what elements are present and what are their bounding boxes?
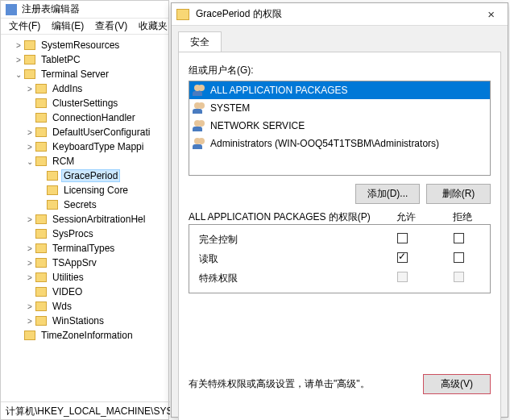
tree-item[interactable]: ⌄RCM: [2, 154, 168, 168]
advanced-button[interactable]: 高级(V): [423, 374, 491, 394]
tree-item-label: WinStations: [50, 315, 106, 326]
group-users-label: 组或用户名(G):: [189, 64, 491, 77]
user-list-item[interactable]: NETWORK SERVICE: [189, 117, 490, 135]
expand-icon[interactable]: >: [25, 143, 35, 152]
expand-icon[interactable]: >: [25, 317, 35, 326]
user-list-label: NETWORK SERVICE: [210, 120, 305, 131]
folder-icon: [35, 316, 47, 326]
status-path: 计算机\HKEY_LOCAL_MACHINE\SYS: [6, 405, 170, 417]
permission-deny-cell: [430, 272, 487, 285]
menu-favorites[interactable]: 收藏夹: [139, 19, 168, 33]
expand-icon[interactable]: >: [25, 128, 35, 137]
folder-icon: [35, 113, 47, 123]
tree-item-label: KeyboardType Mappi: [50, 141, 146, 152]
expand-icon[interactable]: >: [25, 244, 35, 253]
tree-item[interactable]: >TerminalTypes: [2, 241, 168, 256]
user-group-icon: [193, 102, 205, 114]
folder-icon: [176, 9, 189, 20]
folder-icon: [24, 69, 35, 79]
tree-item[interactable]: >SessionArbitrationHel: [2, 212, 168, 227]
tree-item-label: Terminal Server: [39, 69, 111, 80]
tree-item[interactable]: SysProcs: [2, 227, 168, 241]
expand-icon[interactable]: >: [25, 302, 35, 311]
user-list-label: ALL APPLICATION PACKAGES: [210, 85, 348, 96]
dialog-title-text: GracePeriod 的权限: [196, 7, 282, 21]
expand-icon[interactable]: >: [25, 259, 35, 268]
tree-item[interactable]: >TabletPC: [2, 52, 168, 67]
tree-item[interactable]: Licensing Core: [2, 183, 168, 198]
expand-icon[interactable]: >: [14, 56, 23, 64]
folder-icon: [47, 200, 58, 210]
tree-item[interactable]: VIDEO: [2, 285, 168, 299]
folder-icon: [24, 55, 35, 64]
deny-column-header: 拒绝: [434, 210, 491, 224]
regedit-icon: [6, 4, 17, 15]
permission-row: 读取: [193, 249, 487, 268]
tab-security[interactable]: 安全: [178, 31, 222, 52]
tree-item[interactable]: Secrets: [2, 198, 168, 212]
tree-item[interactable]: >AddIns: [2, 81, 168, 96]
group-user-list[interactable]: ALL APPLICATION PACKAGESSYSTEMNETWORK SE…: [189, 81, 491, 176]
user-list-item[interactable]: SYSTEM: [189, 99, 490, 117]
allow-checkbox[interactable]: [397, 252, 408, 263]
allow-checkbox[interactable]: [397, 233, 408, 243]
tree-item-label: ConnectionHandler: [50, 112, 138, 123]
expand-icon[interactable]: >: [25, 85, 35, 94]
tree-item[interactable]: >KeyboardType Mappi: [2, 139, 168, 154]
tree-item-label: TimeZoneInformation: [39, 330, 135, 341]
permission-deny-cell: [430, 252, 487, 265]
deny-checkbox[interactable]: [454, 233, 464, 243]
expand-icon[interactable]: ⌄: [14, 70, 23, 79]
tree-item[interactable]: ClusterSettings: [2, 96, 168, 110]
regedit-statusbar: 计算机\HKEY_LOCAL_MACHINE\SYS: [1, 401, 170, 419]
expand-icon[interactable]: >: [14, 41, 23, 50]
tree-item[interactable]: TimeZoneInformation: [2, 328, 168, 343]
tree-item-label: Licensing Core: [61, 185, 131, 196]
tree-item[interactable]: >Wds: [2, 299, 168, 314]
tree-item[interactable]: GracePeriod: [2, 168, 168, 183]
expand-icon[interactable]: >: [25, 215, 35, 224]
permissions-list: 完全控制读取特殊权限: [189, 224, 491, 293]
user-group-icon: [193, 138, 205, 149]
folder-icon: [24, 40, 35, 50]
expand-icon[interactable]: ⌄: [25, 157, 35, 166]
regedit-title-text: 注册表编辑器: [22, 2, 80, 16]
tree-item-label: Utilities: [50, 272, 86, 283]
user-group-icon: [193, 85, 205, 96]
close-icon[interactable]: ×: [479, 6, 503, 23]
tree-item[interactable]: >Utilities: [2, 270, 168, 285]
tree-item[interactable]: >SystemResources: [2, 38, 168, 52]
remove-button[interactable]: 删除(R): [426, 184, 491, 204]
tree-item[interactable]: ⌄Terminal Server: [2, 67, 168, 81]
user-list-label: SYSTEM: [210, 102, 250, 114]
folder-icon: [35, 127, 47, 137]
permission-deny-cell: [430, 233, 487, 246]
registry-editor-window: 注册表编辑器 文件(F) 编辑(E) 查看(V) 收藏夹 >SystemReso…: [0, 0, 169, 420]
menu-view[interactable]: 查看(V): [95, 19, 127, 33]
permission-allow-cell: [374, 272, 430, 285]
permission-allow-cell: [374, 233, 430, 246]
regedit-titlebar: 注册表编辑器: [1, 1, 168, 19]
add-button[interactable]: 添加(D)...: [355, 184, 420, 204]
permission-name: 特殊权限: [193, 272, 374, 285]
user-list-item[interactable]: Administrators (WIN-OOQ54T1TSBM\Administ…: [189, 135, 490, 152]
folder-icon: [35, 301, 47, 311]
tree-item[interactable]: ConnectionHandler: [2, 110, 168, 125]
tree-item[interactable]: >DefaultUserConfigurati: [2, 125, 168, 139]
tree-item-label: TSAppSrv: [50, 257, 99, 268]
user-list-item[interactable]: ALL APPLICATION PACKAGES: [189, 81, 490, 99]
tree-item-label: SysProcs: [50, 228, 96, 239]
folder-icon: [24, 331, 35, 340]
menu-file[interactable]: 文件(F): [9, 19, 40, 33]
tree-item[interactable]: >TSAppSrv: [2, 256, 168, 270]
registry-tree[interactable]: >SystemResources>TabletPC⌄Terminal Serve…: [1, 35, 168, 397]
tree-item[interactable]: >WinStations: [2, 314, 168, 328]
tree-item-label: DefaultUserConfigurati: [50, 127, 152, 138]
security-tab-panel: 组或用户名(G): ALL APPLICATION PACKAGESSYSTEM…: [178, 52, 501, 420]
tree-item-label: SystemResources: [39, 40, 122, 51]
expand-icon[interactable]: >: [25, 273, 35, 282]
folder-icon: [35, 258, 47, 268]
deny-checkbox[interactable]: [454, 252, 464, 263]
tree-item-label: GracePeriod: [61, 169, 120, 182]
menu-edit[interactable]: 编辑(E): [52, 19, 84, 33]
